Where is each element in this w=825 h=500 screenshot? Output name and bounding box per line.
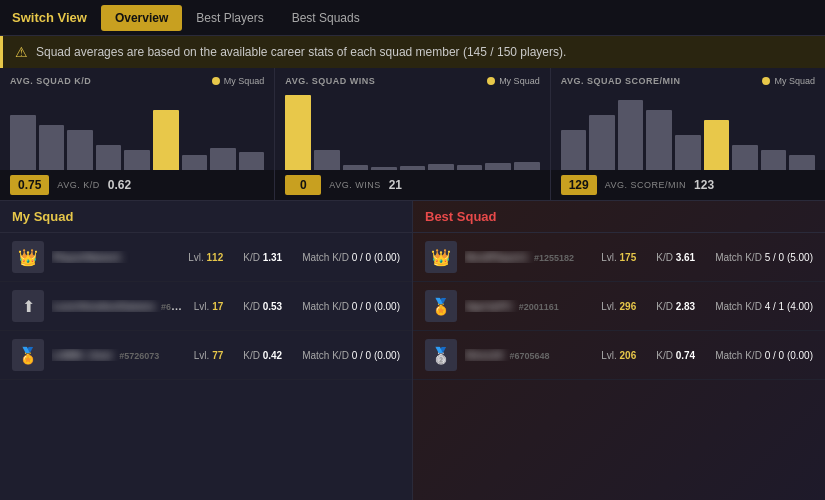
chart-score-title: AVG. SQUAD SCORE/MIN (561, 76, 681, 86)
bottom-panels: My Squad 👑PlayerName1Lvl. 112K/D 1.31Mat… (0, 201, 825, 500)
best-squad-header: Best Squad (413, 201, 825, 233)
player-name: LeonVoodooGames#6945189 (52, 300, 186, 312)
player-avatar: ⬆ (12, 290, 44, 322)
score-stat-value: 123 (694, 178, 714, 192)
player-row[interactable]: 🏅AgrrtyFC#2001161Lvl. 296K/D 2.83Match K… (413, 282, 825, 331)
legend-label-score: My Squad (774, 76, 815, 86)
bar-gray (761, 150, 787, 170)
player-level: Lvl. 175 (601, 252, 636, 263)
player-match-kd: Match K/D 0 / 0 (0.00) (302, 301, 400, 312)
bar-gray (67, 130, 93, 170)
bar-gray (314, 150, 340, 170)
charts-row: AVG. SQUAD K/D My Squad 0.75 AVG. K/D 0.… (0, 68, 825, 201)
player-row[interactable]: ⬆LeonVoodooGames#6945189Lvl. 17K/D 0.53M… (0, 282, 412, 331)
player-name: PlayerName1 (52, 251, 180, 263)
legend-dot-wins (487, 77, 495, 85)
player-row[interactable]: 🥈DirectX#6705648Lvl. 206K/D 0.74Match K/… (413, 331, 825, 380)
player-match-kd: Match K/D 0 / 0 (0.00) (715, 350, 813, 361)
chart-avg-score: AVG. SQUAD SCORE/MIN My Squad 129 AVG. S… (551, 68, 825, 200)
legend-dot-score (762, 77, 770, 85)
bar-gray (428, 164, 454, 170)
bar-gray (646, 110, 672, 170)
player-level: Lvl. 77 (194, 350, 223, 361)
legend-label-kd: My Squad (224, 76, 265, 86)
bar-gray (732, 145, 758, 170)
player-info: LeonVoodooGames#6945189 (52, 300, 186, 312)
chart-wins-title: AVG. SQUAD WINS (285, 76, 375, 86)
player-kd: K/D 2.83 (656, 301, 695, 312)
legend-dot-kd (212, 77, 220, 85)
player-row[interactable]: 👑PlayerName1Lvl. 112K/D 1.31Match K/D 0 … (0, 233, 412, 282)
bar-gray (343, 165, 369, 170)
best-squad-panel: Best Squad 👑BestPlayer1#1255182Lvl. 175K… (413, 201, 825, 500)
player-id: #5726073 (119, 351, 159, 361)
player-name: DirectX#6705648 (465, 349, 593, 361)
player-info: AgrrtyFC#2001161 (465, 300, 593, 312)
legend-label-wins: My Squad (499, 76, 540, 86)
player-level: Lvl. 206 (601, 350, 636, 361)
tab-best-squads[interactable]: Best Squads (278, 5, 374, 31)
bar-gray (789, 155, 815, 170)
score-bars (561, 90, 815, 170)
wins-stat-value: 21 (389, 178, 402, 192)
chart-wins-legend: My Squad (487, 76, 540, 86)
player-row[interactable]: 👑BestPlayer1#1255182Lvl. 175K/D 3.61Matc… (413, 233, 825, 282)
player-info: LABN_User#5726073 (52, 349, 186, 361)
wins-stat-box: 0 (285, 175, 321, 195)
player-level: Lvl. 17 (194, 301, 223, 312)
chart-score-legend: My Squad (762, 76, 815, 86)
best-squad-list: 👑BestPlayer1#1255182Lvl. 175K/D 3.61Matc… (413, 233, 825, 380)
player-id: #1255182 (534, 253, 574, 263)
player-kd: K/D 0.74 (656, 350, 695, 361)
bar-gray (561, 130, 587, 170)
player-id: #2001161 (519, 302, 559, 312)
player-avatar: 🥈 (425, 339, 457, 371)
player-name: AgrrtyFC#2001161 (465, 300, 593, 312)
player-kd: K/D 1.31 (243, 252, 282, 263)
player-name: LABN_User#5726073 (52, 349, 186, 361)
bar-gray (618, 100, 644, 170)
kd-stat-label: AVG. K/D (49, 180, 107, 190)
player-avatar: 🏅 (425, 290, 457, 322)
player-avatar: 👑 (425, 241, 457, 273)
chart-avg-wins: AVG. SQUAD WINS My Squad 0 AVG. WINS 21 (275, 68, 550, 200)
player-kd: K/D 0.42 (243, 350, 282, 361)
score-stat-label: AVG. SCORE/MIN (597, 180, 694, 190)
player-info: DirectX#6705648 (465, 349, 593, 361)
player-avatar: 👑 (12, 241, 44, 273)
chart-wins-stats: 0 AVG. WINS 21 (275, 170, 549, 200)
bar-gray (485, 163, 511, 170)
player-id: #6945189 (161, 302, 186, 312)
player-match-kd: Match K/D 5 / 0 (5.00) (715, 252, 813, 263)
chart-kd-legend: My Squad (212, 76, 265, 86)
bar-gray (371, 167, 397, 170)
bar-gray (124, 150, 150, 170)
kd-stat-value: 0.62 (108, 178, 131, 192)
bar-gray (10, 115, 36, 170)
bar-gold (704, 120, 730, 170)
wins-stat-label: AVG. WINS (321, 180, 388, 190)
bar-gray (675, 135, 701, 170)
bar-gray (457, 165, 483, 170)
bar-gold (153, 110, 179, 170)
player-row[interactable]: 🏅LABN_User#5726073Lvl. 77K/D 0.42Match K… (0, 331, 412, 380)
tab-best-players[interactable]: Best Players (182, 5, 277, 31)
player-info: BestPlayer1#1255182 (465, 251, 593, 263)
bar-gray (400, 166, 426, 170)
bar-gray (239, 152, 265, 170)
my-squad-list: 👑PlayerName1Lvl. 112K/D 1.31Match K/D 0 … (0, 233, 412, 380)
player-match-kd: Match K/D 0 / 0 (0.00) (302, 350, 400, 361)
bar-gray (39, 125, 65, 170)
player-match-kd: Match K/D 0 / 0 (0.00) (302, 252, 400, 263)
chart-kd-title: AVG. SQUAD K/D (10, 76, 91, 86)
alert-text: Squad averages are based on the availabl… (36, 45, 566, 59)
tab-overview[interactable]: Overview (101, 5, 182, 31)
score-stat-box: 129 (561, 175, 597, 195)
bar-gray (589, 115, 615, 170)
wins-bars (285, 90, 539, 170)
player-level: Lvl. 296 (601, 301, 636, 312)
player-kd: K/D 0.53 (243, 301, 282, 312)
player-avatar: 🏅 (12, 339, 44, 371)
chart-score-stats: 129 AVG. SCORE/MIN 123 (551, 170, 825, 200)
top-nav: Switch View Overview Best Players Best S… (0, 0, 825, 36)
